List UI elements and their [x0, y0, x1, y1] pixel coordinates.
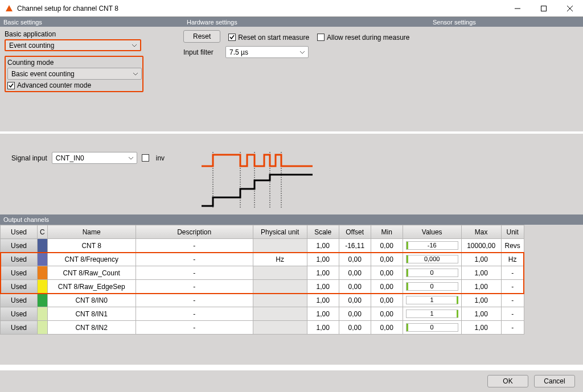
- table-row: Used CNT 8/IN2 - 1,00 0,00 0,00 0 1,00 -: [1, 321, 524, 335]
- values-cell: 1: [403, 294, 461, 307]
- name-cell[interactable]: CNT 8/Raw_EdgeSep: [47, 280, 136, 294]
- used-cell[interactable]: Used: [1, 280, 38, 294]
- input-filter-select[interactable]: 7.5 µs: [225, 46, 309, 58]
- col-used[interactable]: Used: [1, 225, 38, 239]
- col-min[interactable]: Min: [371, 225, 403, 239]
- basic-app-select[interactable]: Event counting: [5, 39, 141, 51]
- col-max[interactable]: Max: [461, 225, 501, 239]
- col-color[interactable]: C: [38, 225, 48, 239]
- desc-cell[interactable]: -: [136, 280, 253, 294]
- name-cell[interactable]: CNT 8/IN2: [47, 321, 136, 335]
- used-cell[interactable]: Used: [1, 307, 38, 321]
- chevron-down-icon: [133, 70, 138, 78]
- scale-cell[interactable]: 1,00: [307, 307, 339, 321]
- used-cell[interactable]: Used: [1, 321, 38, 335]
- min-cell[interactable]: 0,00: [371, 280, 403, 294]
- phys-cell[interactable]: [253, 280, 307, 294]
- desc-cell[interactable]: -: [136, 307, 253, 321]
- phys-cell[interactable]: Hz: [253, 253, 307, 266]
- inv-checkbox[interactable]: [142, 154, 149, 162]
- max-cell[interactable]: 1,00: [461, 307, 501, 321]
- cancel-button[interactable]: Cancel: [534, 375, 575, 387]
- col-name[interactable]: Name: [47, 225, 136, 239]
- close-button[interactable]: [557, 0, 583, 17]
- min-cell[interactable]: 0,00: [371, 253, 403, 266]
- unit-cell[interactable]: -: [501, 321, 524, 335]
- unit-cell[interactable]: -: [501, 280, 524, 294]
- name-cell[interactable]: CNT 8/Raw_Count: [47, 266, 136, 280]
- section-basic-label: Basic settings: [0, 17, 183, 27]
- unit-cell[interactable]: -: [501, 294, 524, 307]
- max-cell[interactable]: 1,00: [461, 253, 501, 266]
- counting-mode-select[interactable]: Basic event counting: [7, 68, 142, 80]
- phys-cell[interactable]: [253, 239, 307, 253]
- offset-cell[interactable]: 0,00: [339, 266, 371, 280]
- name-cell[interactable]: CNT 8/IN0: [47, 294, 136, 307]
- unit-cell[interactable]: Hz: [501, 253, 524, 266]
- desc-cell[interactable]: -: [136, 321, 253, 335]
- scale-cell[interactable]: 1,00: [307, 294, 339, 307]
- offset-cell[interactable]: 0,00: [339, 253, 371, 266]
- reset-on-start-checkbox[interactable]: [228, 34, 236, 41]
- max-cell[interactable]: 1,00: [461, 280, 501, 294]
- scale-cell[interactable]: 1,00: [307, 239, 339, 253]
- minimize-button[interactable]: [504, 0, 531, 17]
- offset-cell[interactable]: -16,11: [339, 239, 371, 253]
- col-offset[interactable]: Offset: [339, 225, 371, 239]
- offset-cell[interactable]: 0,00: [339, 294, 371, 307]
- desc-cell[interactable]: -: [136, 294, 253, 307]
- unit-cell[interactable]: Revs: [501, 239, 524, 253]
- unit-cell[interactable]: -: [501, 266, 524, 280]
- scale-cell[interactable]: 1,00: [307, 321, 339, 335]
- scale-cell[interactable]: 1,00: [307, 266, 339, 280]
- desc-cell[interactable]: -: [136, 239, 253, 253]
- signal-input-select[interactable]: CNT_IN0: [52, 152, 137, 164]
- used-cell[interactable]: Used: [1, 294, 38, 307]
- signal-input-value: CNT_IN0: [56, 154, 84, 162]
- values-cell: 0: [403, 321, 461, 335]
- dialog-footer: OK Cancel: [0, 370, 583, 392]
- reset-button[interactable]: Reset: [183, 30, 220, 43]
- offset-cell[interactable]: 0,00: [339, 321, 371, 335]
- used-cell[interactable]: Used: [1, 253, 38, 266]
- table-row: Used CNT 8/IN0 - 1,00 0,00 0,00 1 1,00 -: [1, 294, 524, 307]
- allow-reset-checkbox[interactable]: [317, 34, 325, 41]
- advanced-counter-checkbox[interactable]: [7, 82, 15, 89]
- color-swatch: [38, 239, 48, 253]
- phys-cell[interactable]: [253, 294, 307, 307]
- offset-cell[interactable]: 0,00: [339, 307, 371, 321]
- scale-cell[interactable]: 1,00: [307, 280, 339, 294]
- min-cell[interactable]: 0,00: [371, 321, 403, 335]
- name-cell[interactable]: CNT 8: [47, 239, 136, 253]
- min-cell[interactable]: 0,00: [371, 307, 403, 321]
- unit-cell[interactable]: -: [501, 307, 524, 321]
- phys-cell[interactable]: [253, 266, 307, 280]
- chevron-down-icon: [300, 48, 305, 56]
- col-unit[interactable]: Unit: [501, 225, 524, 239]
- ok-button[interactable]: OK: [487, 375, 528, 387]
- phys-cell[interactable]: [253, 321, 307, 335]
- min-cell[interactable]: 0,00: [371, 294, 403, 307]
- name-cell[interactable]: CNT 8/IN1: [47, 307, 136, 321]
- min-cell[interactable]: 0,00: [371, 239, 403, 253]
- offset-cell[interactable]: 0,00: [339, 280, 371, 294]
- app-icon: [5, 4, 14, 13]
- col-phys[interactable]: Physical unit: [253, 225, 307, 239]
- max-cell[interactable]: 1,00: [461, 321, 501, 335]
- counting-mode-group: Counting mode Basic event counting Advan…: [5, 56, 143, 92]
- used-cell[interactable]: Used: [1, 239, 38, 253]
- scale-cell[interactable]: 1,00: [307, 253, 339, 266]
- desc-cell[interactable]: -: [136, 253, 253, 266]
- col-values[interactable]: Values: [403, 225, 461, 239]
- col-scale[interactable]: Scale: [307, 225, 339, 239]
- name-cell[interactable]: CNT 8/Frequency: [47, 253, 136, 266]
- desc-cell[interactable]: -: [136, 266, 253, 280]
- maximize-button[interactable]: [531, 0, 557, 17]
- used-cell[interactable]: Used: [1, 266, 38, 280]
- phys-cell[interactable]: [253, 307, 307, 321]
- col-desc[interactable]: Description: [136, 225, 253, 239]
- max-cell[interactable]: 1,00: [461, 266, 501, 280]
- max-cell[interactable]: 10000,00: [461, 239, 501, 253]
- max-cell[interactable]: 1,00: [461, 294, 501, 307]
- min-cell[interactable]: 0,00: [371, 266, 403, 280]
